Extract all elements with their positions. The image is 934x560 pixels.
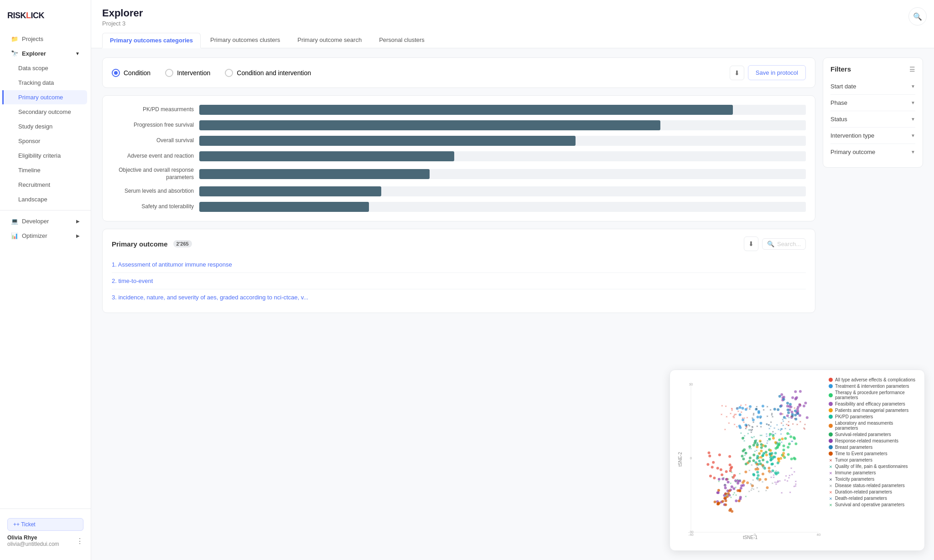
tab-primary-outcomes-clusters[interactable]: Primary outcomes clusters bbox=[202, 32, 288, 48]
sidebar-item-data-scope[interactable]: Data scope bbox=[4, 61, 87, 75]
bar-row[interactable]: Serum levels and absorbtion bbox=[112, 186, 806, 196]
filter-item-start-date[interactable]: Start date ▼ bbox=[830, 78, 915, 95]
user-menu-button[interactable]: ⋮ bbox=[76, 537, 83, 545]
sidebar-item-secondary-outcome[interactable]: Secondary outcome bbox=[4, 105, 87, 119]
scatter-x: × bbox=[775, 469, 778, 473]
scatter-dot bbox=[752, 444, 755, 447]
radio-condition-intervention[interactable]: Condition and intervention bbox=[225, 69, 311, 77]
divider bbox=[0, 210, 91, 211]
filter-item-intervention-type[interactable]: Intervention type ▼ bbox=[830, 128, 915, 144]
scatter-x: × bbox=[772, 481, 774, 485]
tab-primary-outcomes-categories[interactable]: Primary outcomes categories bbox=[102, 33, 201, 48]
sidebar-footer: + + Ticket Olivia Rhye olivia@untitledui… bbox=[0, 509, 91, 553]
outcome-download-button[interactable]: ⬇ bbox=[744, 236, 758, 251]
legend-dot bbox=[829, 415, 833, 419]
scatter-dot bbox=[706, 463, 709, 466]
scatter-x: × bbox=[725, 404, 727, 408]
scatter-x: × bbox=[768, 434, 771, 438]
save-protocol-button[interactable]: Save in protocol bbox=[748, 65, 806, 80]
list-item[interactable]: 2. time-to-event bbox=[112, 273, 806, 289]
sidebar-item-sponsor[interactable]: Sponsor bbox=[4, 134, 87, 148]
sidebar-item-developer[interactable]: 💻 Developer ▶ bbox=[4, 214, 87, 228]
legend-dot bbox=[829, 393, 833, 397]
outcome-search-box[interactable]: 🔍 Search... bbox=[762, 238, 806, 250]
scatter-x: × bbox=[748, 447, 751, 451]
legend-label: Time to Event parameters bbox=[835, 451, 887, 456]
scatter-x: × bbox=[799, 420, 802, 424]
sidebar-item-tracking-data[interactable]: Tracking data bbox=[4, 76, 87, 90]
scatter-x: × bbox=[739, 478, 741, 482]
scatter-x: × bbox=[728, 421, 730, 425]
list-item[interactable]: 3. incidence, nature, and severity of ae… bbox=[112, 289, 806, 305]
sidebar-item-recruitment[interactable]: Recruitment bbox=[4, 178, 87, 192]
scatter-dot bbox=[714, 500, 716, 503]
chevron-down-icon: ▼ bbox=[75, 51, 80, 56]
legend-item: Patients and managerial parameters bbox=[829, 408, 917, 413]
scatter-x: × bbox=[740, 403, 742, 407]
global-search-button[interactable]: 🔍 bbox=[908, 7, 927, 26]
sidebar-item-timeline[interactable]: Timeline bbox=[4, 163, 87, 177]
scatter-x: × bbox=[766, 432, 768, 436]
scatter-x: × bbox=[794, 484, 797, 488]
scatter-dot bbox=[738, 489, 741, 492]
bar-row[interactable]: Adverse event and reaction bbox=[112, 151, 806, 161]
scatter-x: × bbox=[770, 475, 773, 479]
scatter-dot bbox=[748, 460, 751, 462]
bar-row[interactable]: Progression free survival bbox=[112, 120, 806, 130]
scatter-x: × bbox=[791, 473, 794, 477]
filters-panel: Filters ☰ Start date ▼ Phase ▼ Status ▼ … bbox=[823, 57, 923, 168]
filter-item-primary-outcome[interactable]: Primary outcome ▼ bbox=[830, 144, 915, 160]
bar-track bbox=[199, 186, 806, 196]
tab-primary-outcome-search[interactable]: Primary outcome search bbox=[290, 32, 369, 48]
legend-item: ×Quality of life, pain & questionnaires bbox=[829, 464, 917, 469]
radio-condition[interactable]: Condition bbox=[112, 69, 150, 77]
svg-text:0: 0 bbox=[754, 533, 756, 537]
sidebar-item-eligibility-criteria[interactable]: Eligibility criteria bbox=[4, 149, 87, 163]
scatter-dot bbox=[724, 503, 727, 506]
scatter-x: × bbox=[765, 488, 768, 493]
sidebar-item-projects[interactable]: 📁 Projects bbox=[4, 32, 87, 46]
legend-item: Response-related measuments bbox=[829, 438, 917, 443]
sidebar-item-explorer[interactable]: 🔭 Explorer ▼ bbox=[4, 46, 87, 61]
scatter-x: × bbox=[739, 472, 741, 476]
scatter-dot bbox=[804, 401, 807, 404]
sidebar-item-study-design[interactable]: Study design bbox=[4, 119, 87, 134]
download-icon-button[interactable]: ⬇ bbox=[730, 66, 744, 80]
scatter-dot bbox=[772, 456, 775, 458]
bar-row[interactable]: Overall survival bbox=[112, 136, 806, 146]
scatter-dot bbox=[769, 452, 772, 455]
bar-row[interactable]: Safety and tolerability bbox=[112, 202, 806, 212]
svg-text:30: 30 bbox=[689, 382, 693, 386]
list-item[interactable]: 1. Assessment of antitumor immune respon… bbox=[112, 257, 806, 273]
scatter-x: × bbox=[776, 440, 778, 444]
bar-row[interactable]: Objective and overall response parameter… bbox=[112, 167, 806, 181]
sidebar-item-landscape[interactable]: Landscape bbox=[4, 192, 87, 206]
scatter-x: × bbox=[737, 409, 739, 413]
scatter-x: × bbox=[794, 416, 796, 421]
scatter-x: × bbox=[743, 416, 746, 420]
legend-x-mark: × bbox=[829, 464, 833, 468]
scatter-x: × bbox=[774, 464, 776, 468]
scatter-dot bbox=[756, 457, 759, 460]
svg-text:tSNE-2: tSNE-2 bbox=[678, 452, 683, 467]
sidebar-item-primary-outcome[interactable]: Primary outcome bbox=[2, 90, 87, 104]
filter-label: Phase bbox=[830, 99, 847, 106]
radio-intervention[interactable]: Intervention bbox=[165, 69, 210, 77]
tab-personal-clusters[interactable]: Personal clusters bbox=[371, 32, 432, 48]
bar-row[interactable]: PK/PD measurments bbox=[112, 105, 806, 115]
legend-dot bbox=[829, 378, 833, 382]
scatter-dot bbox=[752, 473, 755, 476]
outcome-list-panel: Primary outcome 2'265 ⬇ 🔍 Search... 1. A… bbox=[102, 229, 815, 313]
scatter-x: × bbox=[762, 480, 764, 484]
ticket-button[interactable]: + + Ticket bbox=[7, 518, 83, 531]
legend-item: Therapy & procedure performance paramete… bbox=[829, 390, 917, 400]
scatter-x: × bbox=[751, 435, 753, 439]
scatter-x: × bbox=[768, 471, 771, 475]
filter-item-phase[interactable]: Phase ▼ bbox=[830, 95, 915, 111]
scatter-x: × bbox=[718, 479, 720, 483]
scatter-x: × bbox=[752, 420, 755, 424]
legend-label: Breast parameters bbox=[835, 445, 872, 450]
filter-item-status[interactable]: Status ▼ bbox=[830, 111, 915, 128]
sidebar-item-optimizer[interactable]: 📊 Optimizer ▶ bbox=[4, 229, 87, 243]
scatter-x: × bbox=[751, 427, 753, 432]
